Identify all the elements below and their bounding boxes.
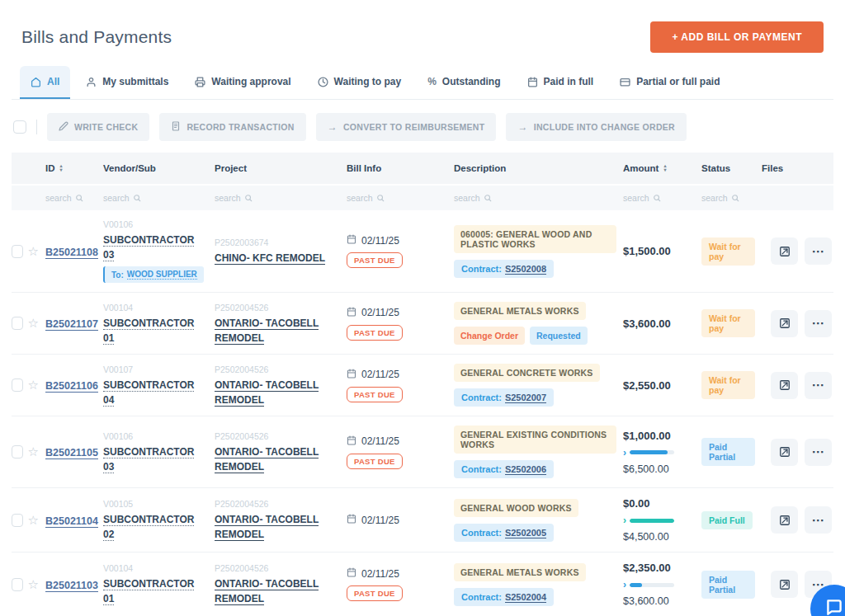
search-input-status[interactable]: search [701,193,762,203]
payment-progress-bar: › [623,448,695,458]
star-icon[interactable]: ☆ [28,577,39,592]
status-badge: Wait for pay [701,371,755,399]
calendar-icon [527,77,538,87]
column-header-status: Status [701,163,762,173]
search-input-id[interactable]: search [45,193,103,203]
contract-link[interactable]: S2502007 [505,393,546,403]
row-checkbox[interactable] [12,514,23,527]
preview-file-button[interactable] [771,506,798,534]
amount-value: $1,000.00 [623,430,695,442]
tab-my-submittals[interactable]: My submittals [75,66,179,99]
write-check-button[interactable]: WRITE CHECK [47,113,149,141]
vendor-code: V00107 [103,364,208,374]
payment-progress-bar: › [623,580,695,590]
row-more-button[interactable]: ⋯ [805,506,832,534]
column-header-project: Project [215,163,347,173]
column-header-id[interactable]: ID ▴▾ [45,163,103,173]
project-link[interactable]: ONTARIO- TACOBELL REMODEL [215,514,319,541]
vendor-link[interactable]: SUBCONTRACTOR 02 [103,514,194,541]
project-link[interactable]: ONTARIO- TACOBELL REMODEL [215,379,319,407]
chevron-right-icon[interactable]: › [623,580,626,590]
sort-icon: ▴▾ [60,164,63,172]
vendor-link[interactable]: SUBCONTRACTOR 01 [103,578,194,605]
bill-id-link[interactable]: B25021104 [45,515,98,528]
project-code: P2502003674 [215,237,340,247]
change-order-badge: Change Order [454,327,525,345]
search-input-vendor[interactable]: search [103,193,215,203]
preview-file-button[interactable] [771,310,798,337]
requested-badge: Requested [530,327,588,345]
amount-value: $2,350.00 [623,562,695,574]
project-link[interactable]: CHINO- KFC REMODEL [215,252,325,265]
project-link[interactable]: ONTARIO- TACOBELL REMODEL [215,317,319,345]
contract-link[interactable]: S2502008 [505,264,546,275]
vendor-link[interactable]: SUBCONTRACTOR 03 [103,446,194,473]
arrow-right-icon: → [517,121,527,133]
row-more-button[interactable]: ⋯ [805,237,832,265]
past-due-badge: PAST DUE [347,585,403,601]
preview-file-button[interactable] [771,439,798,466]
convert-to-reimbursement-button[interactable]: → CONVERT TO REIMBURSEMENT [316,113,497,141]
project-link[interactable]: ONTARIO- TACOBELL REMODEL [215,446,319,473]
add-bill-or-payment-button[interactable]: + ADD BILL OR PAYMENT [650,21,824,53]
tab-outstanding[interactable]: % Outstanding [417,66,511,99]
bill-id-link[interactable]: B25021106 [45,380,98,393]
preview-file-button[interactable] [771,372,798,399]
search-input-description[interactable]: search [454,193,623,203]
project-link[interactable]: ONTARIO- TACOBELL REMODEL [215,578,319,605]
row-checkbox[interactable] [12,445,23,458]
search-input-bill-info[interactable]: search [347,193,454,203]
star-icon[interactable]: ☆ [28,444,39,459]
bill-id-link[interactable]: B25021105 [45,447,98,459]
row-more-button[interactable]: ⋯ [805,439,832,466]
bill-id-link[interactable]: B25021108 [45,247,98,259]
contract-badge: Contract:S2502004 [454,588,554,606]
include-into-change-order-button[interactable]: → INCLUDE INTO CHANGE ORDER [506,113,687,141]
vendor-link[interactable]: SUBCONTRACTOR 01 [103,317,194,345]
contract-link[interactable]: S2502006 [505,464,546,475]
chevron-right-icon[interactable]: › [623,448,626,458]
project-code: P2502004526 [215,431,340,441]
vendor-link[interactable]: SUBCONTRACTOR 04 [103,379,194,407]
vendor-tag: To: WOOD SUPPLIER [103,266,204,283]
star-icon[interactable]: ☆ [28,244,39,259]
calendar-icon [347,514,356,526]
row-checkbox[interactable] [12,578,23,591]
bill-due-date: 02/11/25 [347,307,447,319]
preview-file-button[interactable] [771,237,798,265]
record-transaction-button[interactable]: RECORD TRANSACTION [159,113,305,141]
bill-id-link[interactable]: B25021103 [45,580,98,592]
sort-icon: ▴▾ [663,164,666,172]
description-badge: GENERAL CONCRETE WORKS [454,364,600,382]
search-input-amount[interactable]: search [623,193,701,203]
star-icon[interactable]: ☆ [28,513,39,528]
tab-waiting-approval[interactable]: Waiting approval [184,66,301,99]
select-all-checkbox[interactable] [13,120,26,134]
amount-value: $3,600.00 [623,317,695,330]
pencil-icon [59,121,68,133]
vendor-link[interactable]: SUBCONTRACTOR 03 [103,234,194,261]
contract-link[interactable]: S2502005 [505,528,546,538]
row-more-button[interactable]: ⋯ [805,310,832,337]
vendor-tag-link[interactable]: WOOD SUPPLIER [127,270,197,280]
table-row: ☆ B25021107 V00104 SUBCONTRACTOR 01 P250… [12,293,833,355]
tab-paid-in-full[interactable]: Paid in full [517,66,605,99]
row-checkbox[interactable] [12,317,23,330]
column-header-amount[interactable]: Amount ▴▾ [623,163,701,173]
tab-waiting-to-pay[interactable]: Waiting to pay [307,66,413,99]
star-icon[interactable]: ☆ [28,316,39,331]
chevron-right-icon[interactable]: › [623,515,626,525]
bill-id-link[interactable]: B25021107 [45,318,98,331]
row-more-button[interactable]: ⋯ [805,372,832,399]
contract-link[interactable]: S2502004 [505,592,546,603]
home-icon [31,77,41,87]
search-input-project[interactable]: search [215,193,347,203]
tab-all[interactable]: All [20,66,70,99]
preview-file-button[interactable] [771,571,798,598]
payment-progress-bar: › [623,515,695,525]
row-checkbox[interactable] [12,379,23,392]
status-badge: Paid Partial [701,571,755,599]
star-icon[interactable]: ☆ [28,378,39,393]
tab-partial-or-full-paid[interactable]: Partial or full paid [609,66,730,99]
row-checkbox[interactable] [12,245,23,258]
